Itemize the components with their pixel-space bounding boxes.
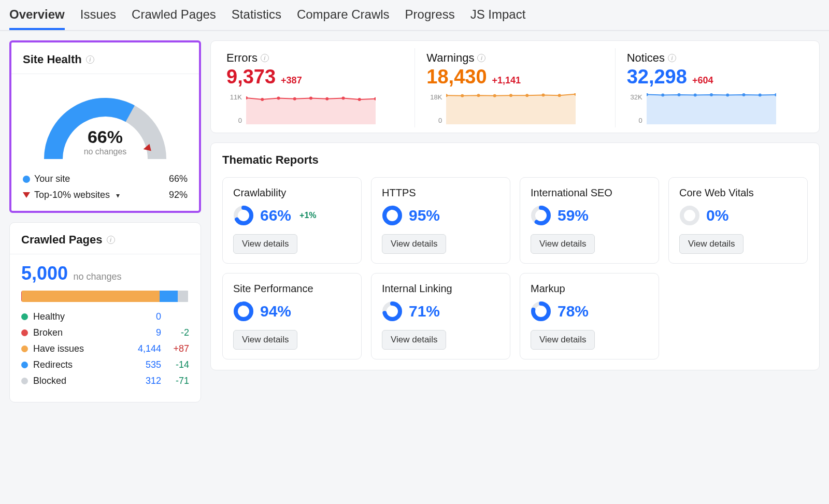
thematic-card-title: Crawlability [233,187,351,199]
kpi-delta: +387 [281,75,302,86]
thematic-pct: 94% [260,303,291,320]
view-details-button[interactable]: View details [531,234,595,254]
tab-compare-crawls[interactable]: Compare Crawls [297,7,390,30]
tab-overview[interactable]: Overview [9,7,65,30]
svg-point-12 [477,94,480,97]
your-site-label: Your site [34,174,70,184]
kpi-delta: +1,141 [492,75,521,86]
svg-point-23 [710,93,713,96]
info-icon[interactable]: i [261,54,269,62]
kpi-number: 9,373 [226,66,276,88]
sparkline [647,93,776,124]
chevron-down-icon: ▾ [116,191,120,199]
thematic-pct: 0% [706,207,728,224]
thematic-card: Site Performance 94% View details [222,273,362,359]
cp-value[interactable]: 0 [129,311,161,322]
svg-point-4 [293,97,296,100]
dot-icon [21,345,28,352]
tab-statistics[interactable]: Statistics [232,7,281,30]
donut-icon [531,205,551,226]
thematic-card-title: Markup [531,283,648,295]
cp-delta: -2 [161,327,189,338]
tabs: OverviewIssuesCrawled PagesStatisticsCom… [0,0,829,31]
kpi-title: Warnings [426,51,474,65]
svg-point-31 [384,208,400,223]
kpi-title: Notices [627,51,665,65]
svg-point-22 [693,94,696,97]
kpi-row: Errors i 9,373 +387 11K0 Warnings i 18,4… [210,40,820,133]
y-min: 0 [226,117,242,124]
view-details-button[interactable]: View details [382,234,446,254]
kpi-warnings[interactable]: Warnings i 18,430 +1,141 18K0 [414,48,614,127]
crawled-total: 5,000 [21,263,68,284]
dot-icon [21,378,28,384]
cp-value[interactable]: 4,144 [129,343,161,354]
svg-point-13 [493,94,496,97]
tab-issues[interactable]: Issues [80,7,116,30]
tab-crawled-pages[interactable]: Crawled Pages [132,7,216,30]
svg-point-2 [261,98,264,101]
view-details-button[interactable]: View details [382,330,446,350]
cp-label: Blocked [33,376,129,386]
thematic-title: Thematic Reports [222,153,808,167]
top10-selector[interactable]: Top-10% websites ▾ [23,190,120,200]
svg-point-6 [325,97,328,100]
kpi-errors[interactable]: Errors i 9,373 +387 11K0 [215,48,414,127]
thematic-card: Crawlability 66% +1% View details [222,177,362,264]
thematic-card-title: HTTPS [382,187,499,199]
svg-point-14 [509,94,512,97]
bar-segment [160,291,178,302]
svg-point-8 [358,98,361,101]
svg-point-15 [526,94,529,97]
svg-point-3 [277,97,280,100]
cp-label: Have issues [33,343,129,354]
view-details-button[interactable]: View details [679,234,744,254]
bar-segment [22,291,160,302]
kpi-delta: +604 [692,75,713,86]
info-icon[interactable]: i [668,54,676,62]
list-item: Blocked312-71 [21,376,189,386]
thematic-card-title: Core Web Vitals [679,187,797,199]
thematic-card: Internal Linking 71% View details [371,273,510,359]
svg-point-21 [677,93,680,96]
donut-icon [233,301,254,322]
svg-point-26 [758,94,761,97]
donut-icon [382,205,403,226]
svg-point-24 [726,94,729,97]
view-details-button[interactable]: View details [233,234,297,254]
sparkline [446,93,576,124]
thematic-card-title: Internal Linking [382,283,499,295]
view-details-button[interactable]: View details [531,330,595,350]
info-icon[interactable]: i [477,54,485,62]
thematic-pct: 71% [409,303,440,320]
svg-point-17 [558,94,561,97]
svg-point-5 [309,97,312,100]
thematic-card: International SEO 59% View details [520,177,659,264]
top10-label: Top-10% websites [34,190,110,200]
svg-point-37 [236,304,251,319]
top10-pct: 92% [169,190,188,200]
thematic-card: Core Web Vitals 0% View details [668,177,808,264]
sparkline [246,93,376,124]
cp-value[interactable]: 312 [129,376,161,386]
tab-progress[interactable]: Progress [405,7,455,30]
dot-icon [23,176,30,183]
kpi-notices[interactable]: Notices i 32,298 +604 32K0 [615,48,815,127]
donut-icon [679,205,700,226]
list-item: Redirects535-14 [21,359,189,370]
triangle-down-icon [23,192,30,198]
info-icon[interactable]: i [86,55,94,64]
site-health-card: Site Health i 66% no changes [9,40,201,213]
your-site-pct: 66% [169,174,188,184]
info-icon[interactable]: i [107,236,115,244]
cp-value[interactable]: 535 [129,359,161,370]
tab-js-impact[interactable]: JS Impact [470,7,526,30]
cp-value[interactable]: 9 [129,327,161,338]
donut-icon [531,301,551,322]
list-item: Healthy0 [21,311,189,322]
view-details-button[interactable]: View details [233,330,297,350]
crawled-pages-card: Crawled Pages i 5,000 no changes Healthy… [9,222,201,402]
y-max: 32K [627,93,642,101]
y-min: 0 [627,117,642,124]
cp-label: Broken [33,327,129,338]
